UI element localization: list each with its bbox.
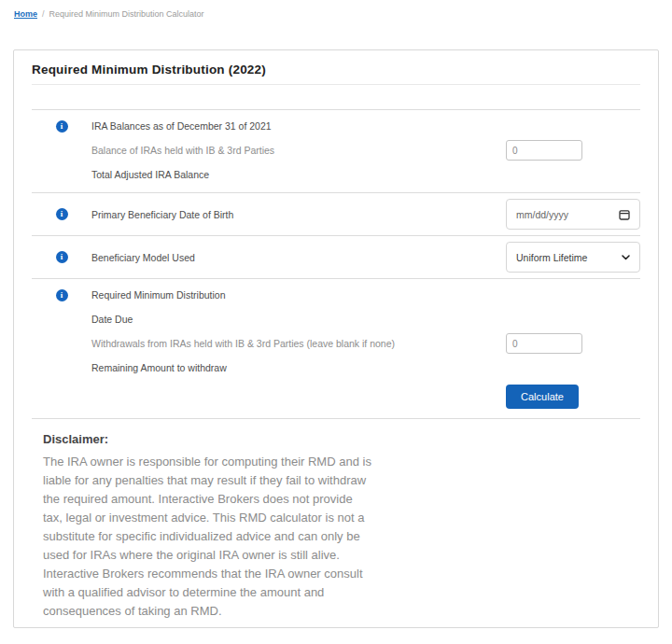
disclaimer-heading: Disclaimer: [43, 432, 640, 446]
row-beneficiary-model: i Beneficiary Model Used Uniform Lifetim… [32, 235, 640, 278]
calculate-line: Calculate [91, 385, 640, 409]
row-beneficiary-dob: i Primary Beneficiary Date of Birth [32, 192, 640, 235]
icon-cell: i [32, 283, 91, 413]
card-header: Required Minimum Distribution (2022) [32, 50, 640, 85]
dob-date-field[interactable] [506, 199, 640, 230]
beneficiary-dob-label: Primary Beneficiary Date of Birth [91, 209, 506, 220]
beneficiary-model-select[interactable]: Uniform Lifetime [506, 242, 640, 273]
breadcrumb-home-link[interactable]: Home [14, 9, 37, 19]
ira-balances-heading: IRA Balances as of December 31 of 2021 [91, 120, 506, 132]
icon-cell: i [32, 114, 91, 187]
rmd-calculator-card: Required Minimum Distribution (2022) i I… [13, 49, 659, 628]
balance-input[interactable] [506, 140, 582, 161]
chevron-down-icon [622, 255, 630, 260]
info-icon[interactable]: i [56, 120, 68, 133]
dob-date-input[interactable] [516, 209, 600, 220]
date-due-label: Date Due [91, 314, 506, 325]
info-icon[interactable]: i [56, 251, 68, 263]
ira-balances-heading-line: IRA Balances as of December 31 of 2021 [91, 114, 640, 138]
withdrawals-input[interactable] [506, 333, 582, 354]
icon-cell: i [32, 208, 91, 220]
info-icon[interactable]: i [56, 208, 68, 220]
withdrawals-label: Withdrawals from IRAs held with IB & 3rd… [91, 338, 506, 349]
row-rmd-results: i Required Minimum Distribution Date Due… [32, 278, 640, 418]
breadcrumb-separator: / [42, 9, 45, 19]
total-balance-line: Total Adjusted IRA Balance [91, 162, 640, 187]
rmd-heading: Required Minimum Distribution [91, 289, 506, 301]
remaining-line: Remaining Amount to withdraw [91, 356, 640, 380]
breadcrumb: Home / Required Minimum Distribution Cal… [0, 0, 672, 19]
disclaimer-section: Disclaimer: The IRA owner is responsible… [32, 418, 640, 621]
date-due-line: Date Due [91, 307, 640, 331]
disclaimer-text: The IRA owner is responsible for computi… [43, 453, 375, 621]
balance-label: Balance of IRAs held with IB & 3rd Parti… [91, 145, 506, 156]
calculate-button[interactable]: Calculate [506, 385, 579, 409]
beneficiary-model-label: Beneficiary Model Used [91, 252, 506, 263]
row-ira-balances: i IRA Balances as of December 31 of 2021… [32, 109, 640, 192]
icon-cell: i [32, 251, 91, 263]
withdrawals-line: Withdrawals from IRAs held with IB & 3rd… [91, 331, 640, 356]
rmd-form: i IRA Balances as of December 31 of 2021… [32, 109, 640, 418]
info-icon[interactable]: i [56, 289, 68, 301]
breadcrumb-current: Required Minimum Distribution Calculator [49, 9, 204, 19]
total-balance-label: Total Adjusted IRA Balance [91, 169, 506, 180]
remaining-label: Remaining Amount to withdraw [91, 362, 506, 373]
rmd-heading-line: Required Minimum Distribution [91, 283, 640, 307]
page-title: Required Minimum Distribution (2022) [32, 63, 640, 77]
selected-option: Uniform Lifetime [516, 252, 587, 263]
balance-line: Balance of IRAs held with IB & 3rd Parti… [91, 138, 640, 162]
calendar-icon[interactable] [619, 209, 630, 220]
